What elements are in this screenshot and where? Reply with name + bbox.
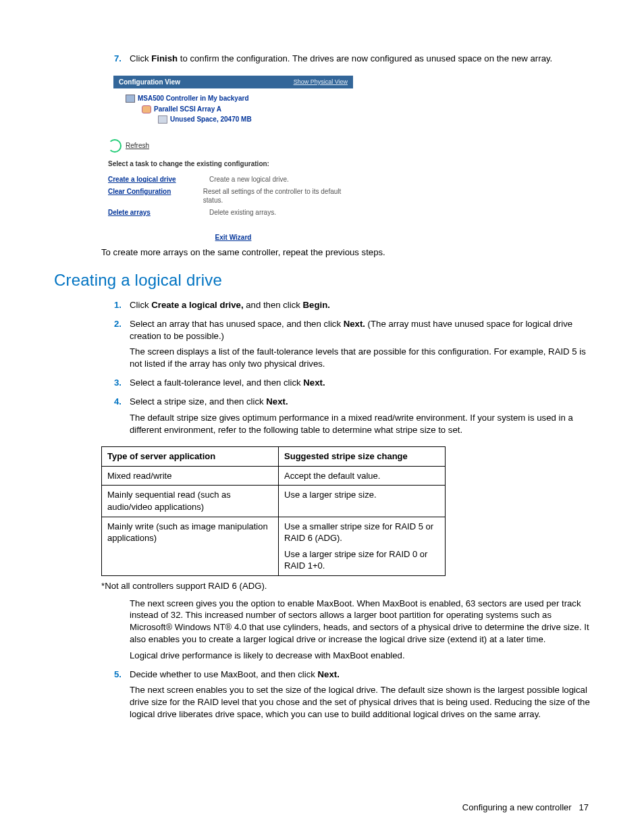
- tree-unused-space[interactable]: Unused Space, 20470 MB: [158, 115, 350, 124]
- step-7-text: Click Finish to confirm the configuratio…: [130, 53, 590, 65]
- maxboot-description: The next screen gives you the option to …: [101, 598, 590, 666]
- repeat-steps-note: To create more arrays on the same contro…: [101, 246, 590, 259]
- task-delete-arrays[interactable]: Delete arrays Delete existing arrays.: [108, 208, 353, 217]
- config-view-figure: Configuration View Show Physical View MS…: [113, 76, 353, 242]
- step-5-text: Decide whether to use MaxBoot, and then …: [130, 669, 590, 681]
- step-1-text: Click Create a logical drive, and then c…: [130, 299, 590, 311]
- table-row: Mainly sequential read (such as audio/vi…: [102, 486, 446, 517]
- step-2: 2. Select an array that has unused space…: [101, 318, 590, 374]
- maxboot-p1: The next screen gives you the option to …: [130, 598, 590, 646]
- table-footnote: *Not all controllers support RAID 6 (ADG…: [101, 580, 590, 592]
- step-4-text: Select a stripe size, and then click Nex…: [130, 396, 590, 408]
- figure-header: Configuration View Show Physical View: [113, 76, 353, 89]
- maxboot-p2: Logical drive performance is likely to d…: [130, 650, 590, 662]
- step-number: 5.: [101, 669, 122, 725]
- disk-icon: [158, 115, 167, 124]
- section-heading: Creating a logical drive: [54, 269, 590, 291]
- exit-wizard-link[interactable]: Exit Wizard: [113, 233, 353, 242]
- step-number: 4.: [101, 396, 122, 440]
- step-number: 2.: [101, 318, 122, 374]
- step-1: 1. Click Create a logical drive, and the…: [101, 299, 590, 315]
- step-4-detail: The default stripe size gives optimum pe…: [130, 412, 590, 436]
- table-row: Mainly write (such as image manipulation…: [102, 517, 446, 575]
- step-5: 5. Decide whether to use MaxBoot, and th…: [101, 669, 590, 725]
- stripe-size-table: Type of server application Suggested str…: [101, 446, 446, 575]
- task-header: Select a task to change the existing con…: [108, 159, 353, 169]
- step-number: 7.: [101, 53, 122, 69]
- step-number: 1.: [101, 299, 122, 315]
- table-row: Mixed read/write Accept the default valu…: [102, 466, 446, 486]
- show-physical-view-link[interactable]: Show Physical View: [294, 78, 348, 87]
- table-header-suggest: Suggested stripe size change: [279, 447, 446, 467]
- task-clear-configuration[interactable]: Clear Configuration Reset all settings o…: [108, 187, 353, 205]
- refresh-link[interactable]: Refresh: [108, 139, 353, 153]
- tree-controller[interactable]: MSA500 Controller in My backyard: [126, 94, 350, 103]
- step-3-text: Select a fault-tolerance level, and then…: [130, 377, 590, 389]
- tree-array[interactable]: Parallel SCSI Array A: [142, 105, 350, 114]
- refresh-icon: [108, 139, 122, 153]
- config-tree: MSA500 Controller in My backyard Paralle…: [113, 88, 353, 132]
- step-4: 4. Select a stripe size, and then click …: [101, 396, 590, 440]
- step-2-detail: The screen displays a list of the fault-…: [130, 346, 590, 370]
- step-7: 7. Click Finish to confirm the configura…: [101, 53, 590, 69]
- figure-title: Configuration View: [119, 78, 180, 87]
- array-icon: [142, 105, 151, 113]
- step-number: 3.: [101, 377, 122, 393]
- step-3: 3. Select a fault-tolerance level, and t…: [101, 377, 590, 393]
- step-5-detail: The next screen enables you to set the s…: [130, 684, 590, 720]
- controller-icon: [126, 95, 135, 103]
- table-header-app: Type of server application: [102, 447, 279, 467]
- step-2-text: Select an array that has unused space, a…: [130, 318, 590, 342]
- task-create-logical-drive[interactable]: Create a logical drive Create a new logi…: [108, 175, 353, 184]
